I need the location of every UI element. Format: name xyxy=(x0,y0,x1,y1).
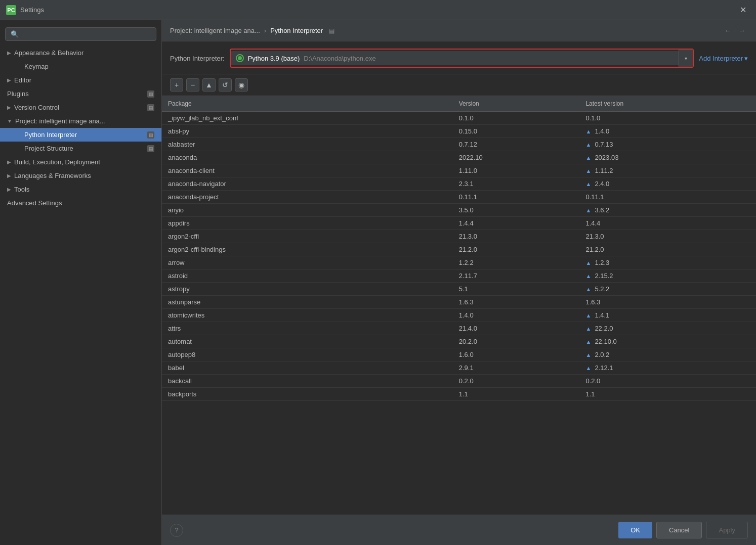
package-name-cell: astroid xyxy=(162,269,453,283)
table-row[interactable]: argon2-cffi21.3.021.3.0 xyxy=(162,230,756,243)
sidebar-item-advanced[interactable]: Advanced Settings xyxy=(0,196,161,210)
package-latest-cell: 0.1.0 xyxy=(579,112,756,125)
table-row[interactable]: astropy5.1▲ 5.2.2 xyxy=(162,283,756,296)
table-row[interactable]: backports1.11.1 xyxy=(162,388,756,401)
sidebar-item-appearance[interactable]: ▶Appearance & Behavior xyxy=(0,46,161,60)
table-row[interactable]: atomicwrites1.4.0▲ 1.4.1 xyxy=(162,309,756,322)
sidebar-arrow-icon: ▶ xyxy=(7,50,11,56)
sidebar-item-badge: ▤ xyxy=(147,90,154,98)
package-name-cell: arrow xyxy=(162,256,453,269)
table-row[interactable]: absl-py0.15.0▲ 1.4.0 xyxy=(162,125,756,138)
sidebar-item-version-control[interactable]: ▶Version Control▤ xyxy=(0,101,161,114)
search-box[interactable]: 🔍 xyxy=(5,27,156,41)
sidebar-item-languages[interactable]: ▶Languages & Frameworks xyxy=(0,169,161,183)
breadcrumb-parent: Project: intelligent image ana... xyxy=(170,27,260,34)
table-row[interactable]: anaconda-navigator2.3.1▲ 2.4.0 xyxy=(162,177,756,191)
package-latest-cell: ▲ 1.4.1 xyxy=(579,309,756,322)
sidebar-item-label: Editor xyxy=(14,76,154,84)
package-name-cell: absl-py xyxy=(162,125,453,138)
package-name-cell: anaconda-project xyxy=(162,191,453,204)
package-name-cell: autopep8 xyxy=(162,348,453,361)
refresh-packages-button[interactable]: ↺ xyxy=(219,78,232,92)
package-latest-cell: 1.6.3 xyxy=(579,296,756,309)
table-row[interactable]: astroid2.11.7▲ 2.15.2 xyxy=(162,269,756,283)
upgrade-arrow-icon: ▲ xyxy=(585,168,593,174)
sidebar-item-label: Appearance & Behavior xyxy=(14,49,154,57)
package-version-cell: 1.6.0 xyxy=(453,348,580,361)
sidebar-item-project[interactable]: ▼Project: intelligent image ana... xyxy=(0,114,161,128)
add-package-button[interactable]: + xyxy=(170,78,183,92)
sidebar-item-project-structure[interactable]: Project Structure▤ xyxy=(0,142,161,155)
interpreter-dropdown[interactable]: Python 3.9 (base) D:\Anaconda\python.exe xyxy=(231,51,679,65)
table-row[interactable]: anaconda-client1.11.0▲ 1.11.2 xyxy=(162,164,756,177)
package-name-cell: anaconda xyxy=(162,151,453,164)
sidebar-arrow-icon: ▼ xyxy=(7,118,12,124)
sidebar-item-python-interpreter[interactable]: Python Interpreter▤ xyxy=(0,128,161,142)
package-version-cell: 2.9.1 xyxy=(453,361,580,375)
package-name-cell: backcall xyxy=(162,375,453,388)
remove-package-button[interactable]: − xyxy=(186,78,199,92)
nav-back-button[interactable]: ← xyxy=(722,25,734,37)
table-row[interactable]: anyio3.5.0▲ 3.6.2 xyxy=(162,204,756,217)
package-latest-cell: ▲ 5.2.2 xyxy=(579,283,756,296)
close-button[interactable]: ✕ xyxy=(736,3,750,17)
footer-buttons: OK Cancel Apply xyxy=(618,522,748,538)
sidebar-arrow-icon: ▶ xyxy=(7,159,11,165)
package-version-cell: 0.2.0 xyxy=(453,375,580,388)
cancel-button[interactable]: Cancel xyxy=(656,522,702,538)
package-name-cell: anaconda-navigator xyxy=(162,177,453,191)
package-version-cell: 3.5.0 xyxy=(453,204,580,217)
package-version-cell: 21.2.0 xyxy=(453,243,580,256)
eye-icon: ◉ xyxy=(238,81,244,89)
package-version-cell: 1.2.2 xyxy=(453,256,580,269)
sidebar: 🔍 ▶Appearance & BehaviorKeymap▶EditorPlu… xyxy=(0,20,162,545)
sidebar-item-keymap[interactable]: Keymap xyxy=(0,60,161,73)
upgrade-arrow-icon: ▲ xyxy=(585,128,593,134)
ok-button[interactable]: OK xyxy=(618,522,652,538)
package-name-cell: babel xyxy=(162,361,453,375)
show-paths-button[interactable]: ◉ xyxy=(235,78,248,92)
table-row[interactable]: arrow1.2.2▲ 1.2.3 xyxy=(162,256,756,269)
packages-table-header: Package Version Latest version xyxy=(162,96,756,112)
col-version: Version xyxy=(453,96,580,112)
sidebar-item-label: Tools xyxy=(14,186,154,193)
upgrade-arrow-icon: ▲ xyxy=(585,273,593,279)
package-name-cell: astunparse xyxy=(162,296,453,309)
table-row[interactable]: attrs21.4.0▲ 22.2.0 xyxy=(162,322,756,335)
interpreter-status-icon xyxy=(236,54,244,62)
upgrade-package-button[interactable]: ▲ xyxy=(202,78,216,92)
package-name-cell: backports xyxy=(162,388,453,401)
table-row[interactable]: autopep81.6.0▲ 2.0.2 xyxy=(162,348,756,361)
interpreter-name: Python 3.9 (base) xyxy=(248,55,300,62)
nav-forward-button[interactable]: → xyxy=(736,25,748,37)
table-row[interactable]: backcall0.2.00.2.0 xyxy=(162,375,756,388)
table-row[interactable]: astunparse1.6.31.6.3 xyxy=(162,296,756,309)
package-latest-cell: ▲ 1.11.2 xyxy=(579,164,756,177)
sidebar-item-editor[interactable]: ▶Editor xyxy=(0,73,161,87)
table-row[interactable]: automat20.2.0▲ 22.10.0 xyxy=(162,335,756,348)
sidebar-item-plugins[interactable]: Plugins▤ xyxy=(0,87,161,101)
upgrade-arrow-icon: ▲ xyxy=(585,155,593,161)
add-interpreter-button[interactable]: Add Interpreter ▾ xyxy=(699,55,748,62)
packages-table-container[interactable]: Package Version Latest version _ipyw_jla… xyxy=(162,96,756,515)
sidebar-item-label: Version Control xyxy=(14,104,144,111)
sidebar-arrow-icon: ▶ xyxy=(7,187,11,192)
table-row[interactable]: appdirs1.4.41.4.4 xyxy=(162,217,756,230)
sidebar-item-build-exec[interactable]: ▶Build, Execution, Deployment xyxy=(0,155,161,169)
table-row[interactable]: anaconda2022.10▲ 2023.03 xyxy=(162,151,756,164)
table-row[interactable]: babel2.9.1▲ 2.12.1 xyxy=(162,361,756,375)
sidebar-items-container: ▶Appearance & BehaviorKeymap▶EditorPlugi… xyxy=(0,46,161,210)
table-row[interactable]: _ipyw_jlab_nb_ext_conf0.1.00.1.0 xyxy=(162,112,756,125)
table-row[interactable]: argon2-cffi-bindings21.2.021.2.0 xyxy=(162,243,756,256)
table-row[interactable]: alabaster0.7.12▲ 0.7.13 xyxy=(162,138,756,151)
help-button[interactable]: ? xyxy=(170,524,183,537)
sidebar-item-label: Project Structure xyxy=(24,145,144,152)
packages-toolbar: + − ▲ ↺ ◉ xyxy=(162,74,756,96)
breadcrumb-page-icon: ▤ xyxy=(329,27,334,34)
apply-button[interactable]: Apply xyxy=(706,522,748,538)
table-row[interactable]: anaconda-project0.11.10.11.1 xyxy=(162,191,756,204)
sidebar-item-tools[interactable]: ▶Tools xyxy=(0,183,161,196)
interpreter-caret-button[interactable]: ▾ xyxy=(679,50,693,67)
nav-arrows: ← → xyxy=(722,25,748,37)
search-input[interactable] xyxy=(22,30,151,38)
